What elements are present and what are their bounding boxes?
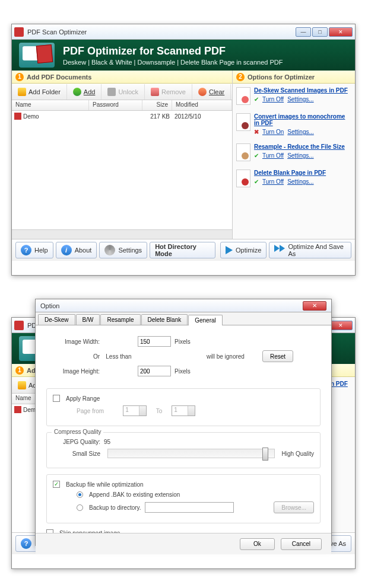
documents-toolbar: Add Folder Add Unlock Remove Clear — [12, 84, 232, 100]
check-icon: ✔ — [254, 178, 259, 185]
quality-slider[interactable] — [107, 449, 275, 458]
reset-button[interactable]: Reset — [262, 350, 293, 362]
clear-button[interactable]: Clear — [192, 84, 231, 100]
option-delete-blank: Delete Blank Page in PDF ✔Turn OffSettin… — [236, 170, 351, 187]
options-pane: 2Options for Optimizer De-Skew Scanned I… — [233, 71, 355, 239]
settings-link[interactable]: Settings... — [287, 96, 313, 103]
about-button[interactable]: iAbout — [56, 242, 97, 258]
option-monochrome: Convert images to monochrome in PDF ✖Tur… — [236, 113, 351, 135]
resample-icon — [236, 143, 250, 161]
close-button[interactable]: ✕ — [329, 27, 353, 37]
info-icon: i — [61, 245, 72, 255]
backup-checkbox[interactable] — [53, 481, 60, 488]
tab-deskew[interactable]: De-Skew — [38, 314, 75, 325]
settings-link[interactable]: Settings... — [287, 152, 313, 159]
hot-directory-button[interactable]: Hot Directory Mode — [150, 242, 215, 258]
add-folder-button[interactable]: Add Folder — [12, 84, 67, 100]
pdf-icon — [14, 113, 21, 120]
col-password[interactable]: Password — [89, 100, 142, 110]
compress-group: JEPG Quality:95 Small SizeHigh Quality — [46, 432, 321, 468]
clear-icon — [198, 88, 207, 96]
tools-icon — [104, 245, 115, 255]
play-icon — [226, 246, 233, 254]
options-header: 2Options for Optimizer — [233, 71, 355, 84]
banner-subtitle: Deskew | Black & White | Downsample | De… — [63, 59, 283, 66]
horizontal-scrollbar[interactable] — [12, 229, 232, 239]
list-columns: Name Password Size Modified — [12, 100, 232, 111]
banner: PDF Optimizer for Scanned PDF Deskew | B… — [12, 40, 355, 71]
settings-link[interactable]: Settings... — [287, 178, 313, 185]
toggle-link[interactable]: Turn Off — [262, 152, 284, 159]
small-size-label: Small Size — [53, 450, 100, 457]
tab-general[interactable]: General — [188, 315, 223, 325]
browse-button[interactable]: Browse... — [274, 501, 314, 513]
dialog-close-button[interactable]: ✕ — [303, 301, 326, 311]
skip-nonsupport-checkbox[interactable] — [46, 529, 53, 533]
cancel-button[interactable]: Cancel — [281, 538, 322, 550]
dialog-body: Image Width:Pixels OrLess thanwill be ig… — [36, 325, 331, 533]
add-button[interactable]: Add — [67, 84, 102, 100]
help-button[interactable]: ?Help — [15, 242, 53, 258]
backup-dir-radio[interactable] — [77, 504, 83, 511]
tab-resample[interactable]: Resample — [100, 314, 140, 325]
maximize-button[interactable]: □ — [312, 27, 328, 37]
image-width-field[interactable] — [138, 336, 171, 347]
bottom-toolbar: ?Help iAbout Settings Hot Directory Mode… — [12, 239, 355, 261]
backup-dir-field[interactable] — [145, 502, 234, 513]
minimize-button[interactable]: — — [296, 27, 311, 37]
check-icon: ✔ — [254, 96, 259, 103]
remove-button[interactable]: Remove — [145, 84, 192, 100]
jpeg-quality-label: JEPG Quality: — [53, 439, 100, 445]
tab-bw[interactable]: B/W — [76, 314, 100, 325]
page-from-spinner[interactable]: 1 — [123, 405, 147, 416]
toggle-link[interactable]: Turn Off — [262, 178, 284, 185]
image-height-field[interactable] — [138, 366, 171, 376]
dialog-titlebar[interactable]: Option✕ — [36, 299, 331, 312]
tab-delete-blank[interactable]: Delete Blank — [141, 314, 188, 325]
step-icon: 1 — [15, 73, 24, 81]
dialog-tabs: De-Skew B/W Resample Delete Blank Genera… — [36, 312, 331, 325]
option-dialog: Option✕ De-Skew B/W Resample Delete Blan… — [35, 299, 332, 546]
apply-range-checkbox[interactable] — [53, 395, 60, 402]
col-size[interactable]: Size — [142, 100, 172, 110]
double-play-icon — [274, 245, 285, 255]
toggle-link[interactable]: Turn On — [262, 129, 284, 135]
titlebar[interactable]: PDF Scan Optimizer — □ ✕ — [12, 24, 355, 40]
or-label: Or — [52, 353, 100, 360]
option-deskew: De-Skew Scanned Images in PDF ✔Turn OffS… — [236, 87, 351, 105]
remove-icon — [151, 88, 159, 96]
documents-pane: 1Add PDF Documents Add Folder Add Unlock… — [12, 71, 233, 239]
plus-icon — [73, 88, 81, 96]
append-bak-radio[interactable] — [77, 491, 83, 498]
col-name[interactable]: Name — [12, 100, 89, 110]
mono-icon — [236, 113, 250, 131]
unlock-button[interactable]: Unlock — [101, 84, 145, 100]
banner-title: PDF Optimizer for Scanned PDF — [63, 45, 283, 57]
delete-blank-icon — [236, 170, 250, 187]
help-icon: ? — [21, 245, 31, 255]
list-item[interactable]: Demo 217 KB 2012/5/10 — [12, 111, 232, 122]
settings-button[interactable]: Settings — [99, 242, 147, 258]
page-to-spinner[interactable]: 1 — [172, 405, 195, 416]
option-resample: Resample - Reduce the File Size ✔Turn Of… — [236, 143, 351, 161]
app-icon — [14, 27, 24, 37]
optimize-button[interactable]: Optimize — [220, 242, 267, 258]
image-width-label: Image Width: — [52, 338, 100, 345]
image-height-label: Image Height: — [52, 368, 100, 375]
col-modified[interactable]: Modified — [172, 100, 232, 110]
x-icon: ✖ — [254, 129, 259, 135]
ok-button[interactable]: Ok — [240, 538, 275, 550]
settings-link[interactable]: Settings... — [287, 129, 313, 135]
toggle-link[interactable]: Turn Off — [262, 96, 284, 103]
deskew-icon — [236, 87, 250, 105]
window-title: PDF Scan Optimizer — [27, 28, 296, 36]
step-icon: 2 — [236, 73, 245, 81]
optimize-save-button[interactable]: Optimize And Save As — [269, 242, 351, 258]
folder-icon — [18, 88, 26, 96]
documents-header: 1Add PDF Documents — [12, 71, 232, 84]
dialog-footer: Ok Cancel — [36, 533, 331, 554]
main-window: PDF Scan Optimizer — □ ✕ PDF Optimizer f… — [11, 24, 356, 276]
check-icon: ✔ — [254, 152, 259, 159]
lock-icon — [107, 88, 116, 96]
file-list[interactable]: Demo 217 KB 2012/5/10 — [12, 111, 232, 229]
